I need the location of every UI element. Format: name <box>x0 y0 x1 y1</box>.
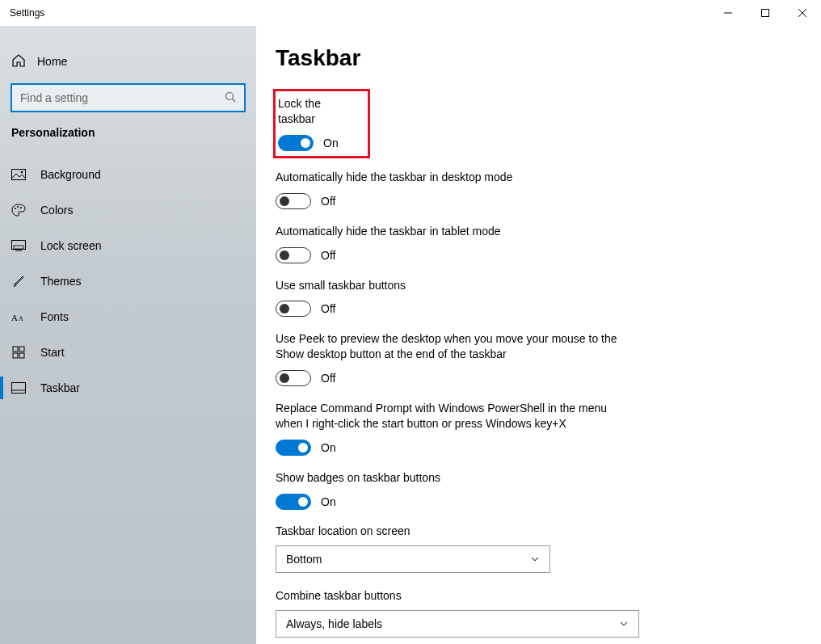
maximize-button[interactable] <box>747 0 784 26</box>
window-title: Settings <box>10 7 44 19</box>
sidebar-item-taskbar[interactable]: Taskbar <box>0 370 256 406</box>
toggle-state: On <box>323 137 339 149</box>
toggle-state: Off <box>321 195 335 208</box>
sidebar: Home Personalization Background Colors <box>0 26 256 644</box>
close-icon <box>798 9 806 17</box>
toggle-peek[interactable] <box>276 370 311 386</box>
sidebar-item-label: Themes <box>40 275 82 288</box>
palette-icon <box>11 204 26 217</box>
toggle-autohide-desktop[interactable] <box>276 193 311 209</box>
start-icon <box>11 346 26 359</box>
search-box[interactable] <box>11 84 245 112</box>
sidebar-item-background[interactable]: Background <box>0 157 256 192</box>
svg-text:A: A <box>19 315 23 322</box>
lockscreen-icon <box>11 240 26 251</box>
sidebar-item-fonts[interactable]: AA Fonts <box>0 299 256 335</box>
sidebar-item-themes[interactable]: Themes <box>0 263 256 299</box>
search-icon <box>225 91 236 105</box>
chevron-down-icon <box>619 619 629 629</box>
toggle-powershell[interactable] <box>276 440 311 456</box>
setting-label: Show badges on taskbar buttons <box>276 470 631 486</box>
setting-label: Use small taskbar buttons <box>276 278 631 293</box>
home-icon <box>11 53 26 70</box>
svg-rect-20 <box>12 383 26 394</box>
brush-icon <box>11 275 26 288</box>
dropdown-label-location: Taskbar location on screen <box>276 524 802 537</box>
toggle-badges[interactable] <box>276 494 311 510</box>
sidebar-item-colors[interactable]: Colors <box>0 192 256 228</box>
image-icon <box>11 169 26 180</box>
content-area: Taskbar Lock the taskbar On Automaticall… <box>256 26 821 644</box>
home-label: Home <box>37 55 67 68</box>
close-button[interactable] <box>784 0 821 26</box>
svg-rect-1 <box>762 10 769 17</box>
toggle-autohide-tablet[interactable] <box>276 247 311 263</box>
page-title: Taskbar <box>276 45 802 71</box>
toggle-small-buttons[interactable] <box>276 301 311 317</box>
toggle-state: On <box>321 441 336 454</box>
setting-label: Lock the taskbar <box>278 96 360 127</box>
toggle-state: On <box>321 495 336 508</box>
highlight-box: Lock the taskbar On <box>273 89 370 158</box>
minimize-button[interactable] <box>709 0 747 26</box>
setting-label: Replace Command Prompt with Windows Powe… <box>276 401 631 431</box>
dropdown-label-combine: Combine taskbar buttons <box>276 589 802 602</box>
titlebar: Settings <box>0 0 821 26</box>
setting-label: Automatically hide the taskbar in deskto… <box>276 170 631 185</box>
setting-label: Automatically hide the taskbar in tablet… <box>276 224 631 239</box>
svg-point-7 <box>21 171 23 174</box>
sidebar-item-label: Start <box>40 346 65 359</box>
svg-rect-6 <box>12 170 26 180</box>
svg-rect-12 <box>14 246 23 249</box>
svg-text:A: A <box>11 313 18 322</box>
dropdown-combine-buttons[interactable]: Always, hide labels <box>276 610 639 638</box>
svg-point-8 <box>15 208 16 209</box>
toggle-state: Off <box>321 302 335 315</box>
sidebar-item-label: Taskbar <box>40 381 80 394</box>
toggle-state: Off <box>321 249 335 262</box>
sidebar-item-start[interactable]: Start <box>0 335 256 370</box>
window-controls <box>709 0 821 26</box>
toggle-state: Off <box>321 372 335 385</box>
dropdown-taskbar-location[interactable]: Bottom <box>276 545 550 573</box>
svg-point-9 <box>17 206 19 208</box>
sidebar-item-label: Lock screen <box>40 239 101 252</box>
svg-rect-19 <box>19 353 24 358</box>
minimize-icon <box>724 9 732 17</box>
dropdown-value: Bottom <box>286 553 322 566</box>
section-title: Personalization <box>0 126 256 139</box>
svg-point-10 <box>20 207 22 208</box>
sidebar-item-label: Fonts <box>40 310 69 323</box>
setting-label: Use Peek to preview the desktop when you… <box>276 331 631 362</box>
svg-line-5 <box>233 99 236 102</box>
svg-point-4 <box>226 92 234 99</box>
toggle-lock-taskbar[interactable] <box>278 135 314 151</box>
svg-rect-17 <box>19 347 24 351</box>
sidebar-item-lock-screen[interactable]: Lock screen <box>0 228 256 263</box>
sidebar-item-label: Background <box>40 168 101 181</box>
dropdown-value: Always, hide labels <box>286 617 382 630</box>
taskbar-icon <box>11 382 26 394</box>
fonts-icon: AA <box>11 311 26 322</box>
svg-rect-16 <box>13 347 18 351</box>
sidebar-item-label: Colors <box>40 204 73 217</box>
home-button[interactable]: Home <box>0 45 256 78</box>
chevron-down-icon <box>530 554 540 564</box>
svg-rect-18 <box>13 353 18 358</box>
search-input[interactable] <box>20 85 225 111</box>
maximize-icon <box>761 9 769 17</box>
